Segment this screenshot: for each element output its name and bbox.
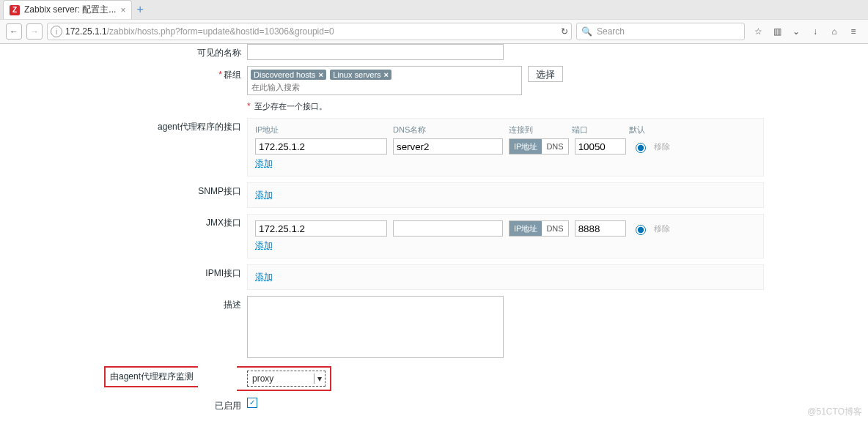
row-visible-name: 可见的名称 [104,44,764,60]
ipmi-interface-box: 添加 [247,264,764,290]
add-snmp-interface-link[interactable]: 添加 [255,190,273,200]
add-agent-interface-link[interactable]: 添加 [255,158,273,168]
label-description: 描述 [104,296,247,311]
reload-icon[interactable]: ↻ [561,26,568,37]
label-agent-interface: agent代理程序的接口 [104,118,247,133]
proxy-select-value: proxy [248,373,314,384]
add-ipmi-interface-link[interactable]: 添加 [255,272,273,282]
search-icon: 🔍 [581,26,592,37]
url-bar[interactable]: i 172.25.1.1/zabbix/hosts.php?form=updat… [47,23,572,40]
add-jmx-interface-link[interactable]: 添加 [255,240,273,250]
connect-dns-option[interactable]: DNS [542,221,567,236]
url-host: 172.25.1.1 [65,26,107,37]
home-icon[interactable]: ⌂ [828,26,840,37]
agent-dns-input[interactable] [393,138,503,155]
select-groups-button[interactable]: 选择 [528,66,563,82]
search-placeholder: Search [597,26,625,37]
label-visible-name: 可见的名称 [104,44,247,59]
url-text: 172.25.1.1/zabbix/hosts.php?form=update&… [65,26,558,37]
jmx-dns-input[interactable] [393,220,503,237]
connect-dns-option[interactable]: DNS [542,139,567,154]
enabled-checkbox[interactable]: ✓ [247,398,257,408]
interface-note: 至少存在一个接口。 [254,102,327,111]
proxy-select-highlight: proxy ▾ [237,366,331,391]
row-description: 描述 [104,296,764,360]
row-interface-note: * 至少存在一个接口。 [104,101,764,112]
pocket-icon[interactable]: ⌄ [790,26,802,37]
browser-search[interactable]: 🔍 Search [576,23,745,40]
agent-port-input[interactable] [575,138,626,155]
url-path: /zabbix/hosts.php?form=update&hostid=103… [107,26,334,37]
tab-title: Zabbix server: 配置主... [24,4,116,16]
connect-ip-option[interactable]: IP地址 [510,139,542,154]
nav-bar: ← → i 172.25.1.1/zabbix/hosts.php?form=u… [0,19,868,43]
info-icon[interactable]: i [51,26,62,37]
row-actions: 更新 克隆 全克隆 删除 取消 [104,418,764,424]
agent-ip-input[interactable] [255,138,387,155]
browser-toolbar-icons: ☆ ▥ ⌄ ↓ ⌂ ≡ [749,26,862,37]
required-marker: * [218,70,222,80]
forward-button[interactable]: → [26,23,43,40]
page-content: 可见的名称 *群组 Discovered hosts× Linux server… [0,44,868,424]
snmp-interface-box: 添加 [247,182,764,208]
label-proxy: 由agent代理程序监测 [110,371,194,383]
remove-tag-icon[interactable]: × [318,70,323,79]
watermark: @51CTO博客 [807,406,862,418]
chevron-down-icon: ▾ [314,373,325,384]
row-groups: *群组 Discovered hosts× Linux servers× 选择 [104,66,764,95]
jmx-connect-segment[interactable]: IP地址 DNS [509,220,569,237]
row-proxy: 由agent代理程序监测 proxy ▾ [104,366,764,391]
menu-icon[interactable]: ≡ [847,26,859,37]
proxy-label-highlight: 由agent代理程序监测 [104,366,198,387]
description-textarea[interactable] [247,296,504,358]
jmx-port-input[interactable] [575,220,626,237]
label-enabled: 已启用 [104,397,247,412]
agent-interface-box: IP地址 DNS名称 连接到 端口 默认 IP地址 DNS [247,118,764,176]
remove-interface-link[interactable]: 移除 [654,141,670,152]
close-tab-icon[interactable]: × [120,5,125,15]
label-jmx-interface: JMX接口 [104,214,247,229]
group-search-input[interactable] [250,82,519,92]
row-enabled: 已启用 ✓ [104,397,764,412]
downloads-icon[interactable]: ↓ [809,26,821,37]
jmx-interface-box: IP地址 DNS 移除 添加 [247,214,764,259]
browser-chrome: Z Zabbix server: 配置主... × + ← → i 172.25… [0,0,868,44]
proxy-select[interactable]: proxy ▾ [247,371,326,387]
row-jmx-interface: JMX接口 IP地址 DNS 移除 添加 [104,214,764,259]
agent-connect-segment[interactable]: IP地址 DNS [509,138,569,155]
library-icon[interactable]: ▥ [771,26,783,37]
back-button[interactable]: ← [6,23,22,40]
tab-bar: Z Zabbix server: 配置主... × + [0,0,868,19]
agent-interface-row: IP地址 DNS 移除 [255,138,756,155]
host-form: 可见的名称 *群组 Discovered hosts× Linux server… [104,44,764,424]
remove-tag-icon[interactable]: × [384,70,389,79]
agent-default-radio[interactable] [636,143,646,153]
row-ipmi-interface: IPMI接口 添加 [104,264,764,290]
bookmark-icon[interactable]: ☆ [752,26,764,37]
jmx-ip-input[interactable] [255,220,387,237]
group-tag[interactable]: Linux servers× [330,70,391,80]
visible-name-input[interactable] [247,44,504,60]
row-snmp-interface: SNMP接口 添加 [104,182,764,208]
label-groups: 群组 [224,70,241,80]
label-snmp-interface: SNMP接口 [104,182,247,198]
groups-multiselect[interactable]: Discovered hosts× Linux servers× [247,66,522,95]
interface-headers: IP地址 DNS名称 连接到 端口 默认 [255,124,756,135]
remove-interface-link[interactable]: 移除 [654,223,670,234]
label-ipmi-interface: IPMI接口 [104,264,247,280]
group-tag[interactable]: Discovered hosts× [251,70,326,80]
new-tab-button[interactable]: + [136,3,143,16]
connect-ip-option[interactable]: IP地址 [510,221,542,236]
row-agent-interface: agent代理程序的接口 IP地址 DNS名称 连接到 端口 默认 IP地址 [104,118,764,176]
jmx-interface-row: IP地址 DNS 移除 [255,220,756,237]
jmx-default-radio[interactable] [636,225,646,235]
zabbix-favicon: Z [10,5,20,15]
browser-tab-active[interactable]: Z Zabbix server: 配置主... × [3,0,132,19]
